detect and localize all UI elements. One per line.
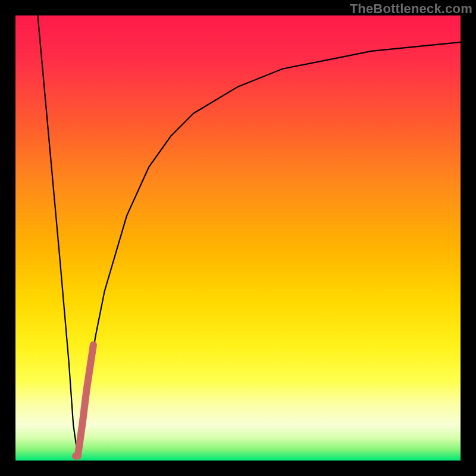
watermark-text: TheBottleneck.com [350, 1, 472, 17]
gradient-background [15, 15, 461, 461]
plot-area [15, 15, 461, 461]
chart-svg [15, 15, 461, 461]
chart-frame: TheBottleneck.com [0, 0, 476, 476]
